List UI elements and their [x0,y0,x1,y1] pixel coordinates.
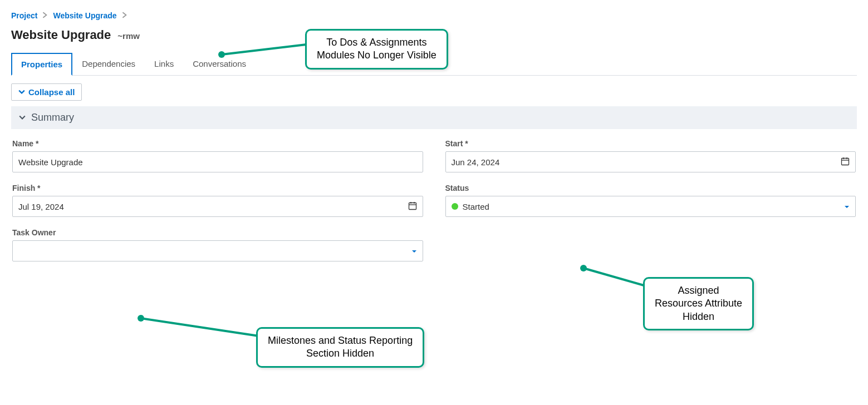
svg-line-10 [141,318,259,336]
chevron-down-icon [19,112,26,124]
field-status: Status Started [445,184,856,217]
svg-rect-0 [842,158,849,165]
chevron-right-icon [42,12,48,19]
tab-dependencies[interactable]: Dependencies [72,53,145,76]
task-owner-label: Task Owner [12,228,423,237]
collapse-all-button[interactable]: Collapse all [11,83,82,101]
svg-rect-4 [409,202,416,209]
field-start: Start * Jun 24, 2024 [445,139,856,172]
tab-links[interactable]: Links [145,53,183,76]
chevron-right-icon [121,12,128,19]
status-value: Started [463,202,489,211]
calendar-icon[interactable] [408,201,417,212]
breadcrumb-project[interactable]: Project [11,11,37,20]
name-input[interactable]: Website Upgrade [12,151,423,172]
callout-line: Assigned [655,284,742,297]
svg-point-11 [138,315,144,322]
summary-form: Name * Website Upgrade Start * Jun 24, 2… [11,139,857,261]
callout-line: Section Hidden [268,347,413,360]
tab-conversations[interactable]: Conversations [183,53,256,76]
start-value: Jun 24, 2024 [452,157,500,167]
callout-connector [136,313,264,340]
task-owner-select[interactable] [12,240,423,261]
page-subtitle: ~rmw [117,31,140,41]
status-label: Status [445,184,856,192]
status-dot-icon [452,203,458,210]
breadcrumb-website-upgrade[interactable]: Website Upgrade [53,11,116,20]
callout-line: Resources Attribute [655,297,742,310]
svg-line-12 [583,268,646,286]
name-label: Name * [12,139,423,148]
callout-line: To Dos & Assignments [317,36,437,49]
finish-input[interactable]: Jul 19, 2024 [12,196,423,217]
callout-line: Hidden [655,310,742,323]
toolbar: Collapse all [11,83,857,101]
start-input[interactable]: Jun 24, 2024 [445,151,856,172]
tab-properties[interactable]: Properties [11,53,72,76]
finish-value: Jul 19, 2024 [18,202,64,211]
field-task-owner: Task Owner [12,228,423,261]
callout-milestones: Milestones and Status Reporting Section … [256,327,424,368]
svg-point-13 [580,265,587,271]
caret-down-icon [844,202,850,211]
field-finish: Finish * Jul 19, 2024 [12,184,423,217]
callout-todos: To Dos & Assignments Modules No Longer V… [305,29,448,70]
name-value: Website Upgrade [18,157,83,167]
section-summary-header[interactable]: Summary [11,106,857,129]
calendar-icon[interactable] [841,157,850,167]
callout-line: Milestones and Status Reporting [268,334,413,347]
chevron-down-icon [18,87,25,97]
section-summary-title: Summary [31,112,74,124]
status-select[interactable]: Started [445,196,856,217]
page-title: Website Upgrade [11,28,111,42]
start-label: Start * [445,139,856,148]
callout-line: Modules No Longer Visible [317,49,437,62]
callout-assigned-resources: Assigned Resources Attribute Hidden [643,277,754,330]
caret-down-icon [411,246,417,256]
breadcrumb: Project Website Upgrade [11,11,857,20]
callout-connector [579,263,651,290]
field-name: Name * Website Upgrade [12,139,423,172]
finish-label: Finish * [12,184,423,192]
collapse-all-label: Collapse all [28,87,75,97]
